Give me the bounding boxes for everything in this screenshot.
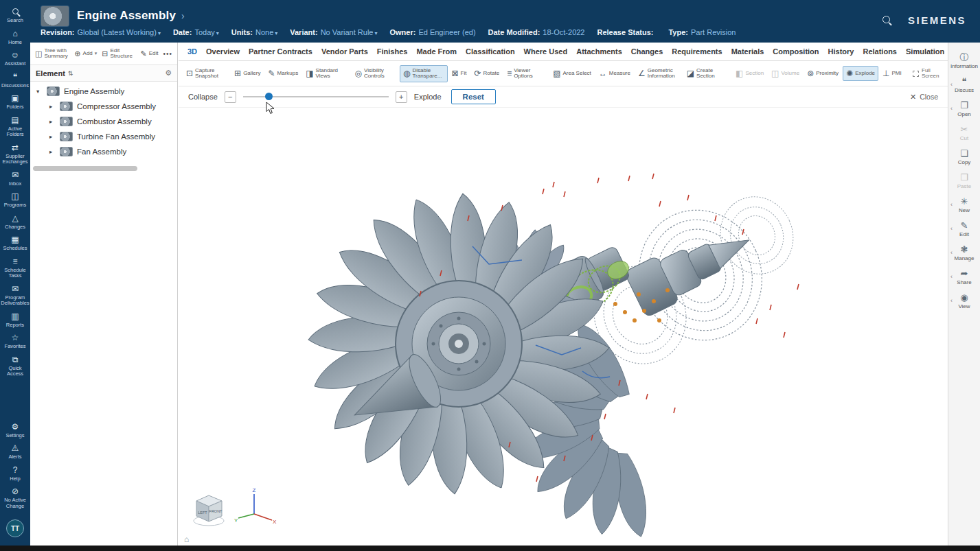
tab-attachments[interactable]: Attachments (576, 47, 622, 56)
navigation-cube[interactable]: LEFT FRONT (190, 489, 229, 529)
tab-requirements[interactable]: Requirements (672, 47, 722, 56)
gallery-button[interactable]: ⊞ Gallery (231, 66, 264, 81)
sidebar-item-reports[interactable]: ▥ Reports (0, 310, 30, 332)
sidebar-item-schedule-tasks[interactable]: ≡ Schedule Tasks (0, 255, 30, 283)
sidebar-item-programs[interactable]: ◫ Programs (0, 190, 30, 212)
expand-caret-icon[interactable]: ▸ (49, 148, 56, 155)
explode-step-button[interactable]: + (396, 91, 407, 103)
expand-caret-icon[interactable]: ▸ (49, 133, 56, 140)
command-copy[interactable]: ❏ Copy (948, 145, 980, 169)
cube-face-left-label[interactable]: LEFT (198, 511, 207, 515)
slider-thumb[interactable] (265, 93, 273, 100)
sidebar-item-help[interactable]: ? Help (0, 464, 30, 486)
units-dropdown[interactable]: Units:None▾ (231, 28, 277, 36)
sidebar-item-assistant[interactable]: ☺ Assistant (0, 49, 30, 71)
command-new[interactable]: ‹ ✳ New (948, 194, 980, 218)
reset-button[interactable]: Reset (451, 89, 496, 104)
sidebar-item-supplier-exchanges[interactable]: ⇄ Supplier Exchanges (0, 141, 30, 169)
tab-history[interactable]: History (828, 47, 854, 56)
command-view[interactable]: ‹ ◉ View (948, 290, 980, 314)
command-cut[interactable]: ✂ Cut (948, 121, 980, 145)
create-section-button[interactable]: ◪ Create Section (683, 65, 731, 82)
date-dropdown[interactable]: Date:Today▾ (173, 28, 219, 36)
explode-button[interactable]: ✺ Explode (843, 66, 878, 81)
markups-button[interactable]: ✎ Markups (264, 66, 301, 81)
tab-finishes[interactable]: Finishes (377, 47, 408, 56)
fit-button[interactable]: ⊠ Fit (448, 66, 470, 81)
view-home-icon[interactable]: ⌂ (184, 535, 189, 544)
tree-row-combustor-assembly[interactable]: ▸ Combustor Assembly (30, 114, 177, 129)
sidebar-item-discussions[interactable]: ❝ Discussions (0, 71, 30, 93)
close-explode-button[interactable]: ✕ Close (910, 93, 938, 102)
tree-row-turbine-fan-assembly[interactable]: ▸ Turbine Fan Assembly (30, 129, 177, 144)
tab-simulation[interactable]: Simulation (906, 47, 944, 56)
engine-3d-model[interactable] (179, 108, 948, 546)
tab-3d[interactable]: 3D (187, 47, 197, 56)
sidebar-item-search[interactable]: Search (0, 5, 30, 27)
tree-row-engine-assembly[interactable]: ▾ Engine Assembly (30, 84, 177, 99)
tree-with-summary-button[interactable]: ◫ Tree with Summary (35, 48, 69, 60)
viewer-options-button[interactable]: ≡ Viewer Options (503, 65, 549, 82)
expand-caret-icon[interactable]: ▾ (36, 88, 43, 95)
sidebar-item-home[interactable]: ⌂ Home (0, 27, 30, 49)
section-button[interactable]: ◧ Section (732, 66, 767, 81)
tab-composition[interactable]: Composition (773, 47, 819, 56)
collapse-step-button[interactable]: − (225, 91, 236, 103)
command-edit[interactable]: ‹ ✎ Edit (948, 218, 980, 242)
more-options-button[interactable]: ••• (163, 50, 172, 58)
expand-caret-icon[interactable]: ▸ (49, 103, 56, 110)
tree-row-fan-assembly[interactable]: ▸ Fan Assembly (30, 144, 177, 159)
sidebar-item-favorites[interactable]: ☆ Favorites (0, 331, 30, 353)
expand-caret-icon[interactable]: ▸ (49, 118, 56, 125)
command-paste[interactable]: ❒ Paste (948, 169, 980, 194)
column-settings-gear-icon[interactable]: ⚙ (165, 69, 172, 78)
sidebar-item-folders[interactable]: ▣ Folders (0, 92, 30, 114)
sort-icon[interactable]: ⇅ (68, 70, 73, 77)
tab-changes[interactable]: Changes (631, 47, 663, 56)
sidebar-item-changes[interactable]: △ Changes (0, 212, 30, 234)
tab-relations[interactable]: Relations (863, 47, 897, 56)
global-search-icon[interactable] (882, 14, 890, 26)
tree-row-compressor-assembly[interactable]: ▸ Compressor Assembly (30, 99, 177, 114)
proximity-button[interactable]: ⊚ Proximity (804, 66, 842, 81)
tab-materials[interactable]: Materials (731, 47, 764, 56)
pmi-button[interactable]: ⊥ PMI (879, 66, 905, 81)
tab-overview[interactable]: Overview (206, 47, 240, 56)
sidebar-item-no-active-change[interactable]: ⊘ No Active Change (0, 485, 30, 513)
measure-button[interactable]: ↔ Measure (595, 66, 634, 81)
tab-vendor-parts[interactable]: Vendor Parts (321, 47, 368, 56)
disable-transparency-button[interactable]: ◍ Disable Transpare... (400, 65, 447, 82)
geometric-information-button[interactable]: ∠ Geometric Information (635, 65, 683, 82)
command-information[interactable]: ⓘ Information (948, 49, 980, 73)
full-screen-button[interactable]: Full Screen (913, 68, 944, 80)
edit-button[interactable]: ✎ Edit (140, 49, 158, 58)
edit-structure-button[interactable]: ⊟ Edit Structure (102, 48, 135, 60)
sidebar-item-active-folders[interactable]: ▤ Active Folders (0, 114, 30, 141)
command-share[interactable]: ‹ ➦ Share (948, 266, 980, 290)
volume-button[interactable]: ◫ Volume (768, 66, 803, 81)
rotate-button[interactable]: ⟳ Rotate (470, 66, 503, 81)
explode-slider[interactable] (243, 92, 389, 102)
sidebar-item-schedules[interactable]: ▦ Schedules (0, 233, 30, 255)
tab-classification[interactable]: Classification (466, 47, 515, 56)
sidebar-item-alerts[interactable]: ⚠ Alerts (0, 442, 30, 464)
tab-where-used[interactable]: Where Used (524, 47, 568, 56)
cube-face-front-label[interactable]: FRONT (209, 509, 223, 513)
tab-partner-contracts[interactable]: Partner Contracts (249, 47, 312, 56)
add-button[interactable]: ⊕ Add ▾ (74, 49, 97, 58)
title-chevron-icon[interactable]: › (181, 10, 185, 21)
tab-made-from[interactable]: Made From (416, 47, 457, 56)
sidebar-item-inbox[interactable]: ✉ Inbox (0, 169, 30, 191)
command-discuss[interactable]: ‹ ❝ Discuss (948, 73, 980, 97)
command-open[interactable]: ‹ ❐ Open (948, 97, 980, 121)
revision-dropdown[interactable]: Revision:Global (Latest Working)▾ (41, 28, 161, 36)
sidebar-item-program-deliverables[interactable]: ✉ Program Deliverables (0, 283, 30, 310)
sidebar-item-settings[interactable]: ⚙ Settings (0, 421, 30, 443)
variant-dropdown[interactable]: Variant:No Variant Rule▾ (290, 28, 377, 36)
standard-views-button[interactable]: ◨ Standard Views (302, 65, 350, 82)
visibility-controls-button[interactable]: ◎ Visibility Controls (352, 65, 399, 82)
user-avatar[interactable]: TT (6, 519, 24, 537)
3d-viewport[interactable]: LEFT FRONT Z Y X ⌂ (179, 108, 948, 546)
element-column-label[interactable]: Element (36, 69, 65, 78)
area-select-button[interactable]: ▧ Area Select (549, 66, 595, 81)
